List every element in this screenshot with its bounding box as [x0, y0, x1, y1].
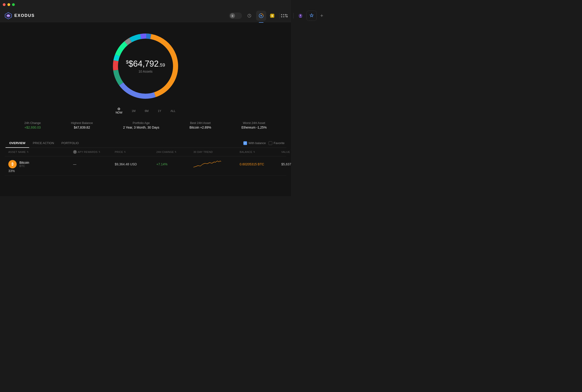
- table-row[interactable]: ₿ Bitcoin BTC — $9,364.48 USD +7.14% 0.6…: [5, 156, 286, 176]
- donut-center: $$64,792.59 10 Assets: [126, 59, 165, 73]
- th-apy-rewards[interactable]: ? APY REWARDS ⇅: [73, 150, 115, 154]
- btc-apy: —: [73, 162, 115, 166]
- svg-text:$: $: [272, 14, 273, 17]
- timeline-label-6m[interactable]: 6M: [145, 110, 149, 113]
- portfolio-total-value: $$64,792.59: [126, 59, 165, 69]
- tab-portfolio[interactable]: PORTFOLIO: [58, 138, 82, 148]
- filter-favorite[interactable]: Favorite: [268, 141, 284, 145]
- traffic-light-green[interactable]: [12, 3, 15, 6]
- btc-trend: [194, 159, 240, 169]
- apy-info-icon[interactable]: ?: [73, 150, 77, 154]
- btc-portfolio: 33%: [8, 169, 73, 173]
- btc-price: $9,364.48 USD: [115, 162, 156, 166]
- btc-name-group: Bitcoin BTC: [20, 161, 29, 168]
- donut-chart: $$64,792.59 10 Assets: [108, 29, 182, 103]
- nav-tab-swap[interactable]: [281, 11, 291, 21]
- timeline-dot-now: [118, 108, 120, 110]
- filter-favorite-checkbox[interactable]: [268, 141, 272, 145]
- btc-ticker: BTC: [20, 164, 29, 168]
- sort-balance-icon: ⇅: [253, 151, 256, 153]
- stat-worst-asset: Worst 24H Asset Ethereum -1,25%: [242, 121, 267, 129]
- stat-portfolio-age-label: Portfolio Age: [123, 121, 159, 125]
- stat-highest-balance-value: $47,839.82: [71, 126, 93, 129]
- btc-icon: ₿: [8, 160, 17, 168]
- btc-balance: 0.60205315 BTC: [240, 162, 281, 166]
- tab-price-action[interactable]: PRICE ACTION: [29, 138, 58, 148]
- table-tab-row: OVERVIEW PRICE ACTION PORTFOLIO ✓ With b…: [5, 138, 286, 148]
- th-value[interactable]: VALUE ⇅: [281, 150, 291, 154]
- stat-portfolio-age: Portfolio Age 2 Year, 3 Month, 30 Days: [123, 121, 159, 129]
- filter-with-balance-checkbox[interactable]: ✓: [243, 141, 247, 145]
- timeline-now[interactable]: NOW: [116, 108, 122, 114]
- history-icon[interactable]: [246, 12, 253, 20]
- lock-toggle[interactable]: [229, 12, 242, 19]
- exodus-logo-icon: [5, 12, 12, 20]
- lock-knob: [230, 13, 235, 18]
- filter-with-balance-label: With balance: [248, 141, 266, 145]
- th-balance[interactable]: BALANCE ⇅: [240, 150, 281, 154]
- timeline-label-now: NOW: [116, 111, 122, 114]
- stat-highest-balance-label: Highest Balance: [71, 121, 93, 125]
- timeline: NOW 1M 6M 1Y ALL: [116, 108, 176, 114]
- active-indicator: [259, 22, 264, 23]
- th-price[interactable]: PRICE ⇅: [115, 150, 156, 154]
- tab-filters: ✓ With balance Favorite: [243, 141, 286, 145]
- chart-section: $$64,792.59 10 Assets NOW 1M 6M 1Y ALL 2…: [0, 22, 291, 138]
- stat-best-asset-value: Bitcoin +2.89%: [190, 126, 211, 129]
- logo: EXODUS: [5, 12, 35, 20]
- portfolio-assets-count: 10 Assets: [126, 70, 165, 73]
- logo-text: EXODUS: [14, 13, 35, 18]
- btc-change: +7.14%: [156, 162, 194, 166]
- nav-tabs: $ +: [256, 11, 291, 21]
- tab-overview[interactable]: OVERVIEW: [6, 138, 29, 148]
- stats-row: 24h Change +$2,930.03 Highest Balance $4…: [0, 116, 291, 134]
- btc-name: Bitcoin: [20, 161, 29, 164]
- btc-value: $5,637.91: [281, 162, 291, 166]
- stat-24h-change-label: 24h Change: [24, 121, 41, 125]
- svg-marker-1: [6, 14, 10, 18]
- stat-best-asset-label: Best 24H Asset: [190, 121, 211, 125]
- main-header: EXODUS $: [0, 9, 291, 22]
- filter-favorite-label: Favorite: [274, 141, 284, 145]
- th-30day-trend: 30 DAY TREND: [194, 150, 240, 154]
- table-section: OVERVIEW PRICE ACTION PORTFOLIO ✓ With b…: [0, 138, 291, 176]
- th-asset-name[interactable]: ASSET NAME ⇅: [8, 150, 73, 154]
- asset-info-btc: ₿ Bitcoin BTC: [8, 160, 73, 168]
- stat-24h-change-value: +$2,930.03: [24, 126, 41, 129]
- stat-24h-change: 24h Change +$2,930.03: [24, 121, 41, 129]
- stat-worst-asset-value: Ethereum -1,25%: [242, 126, 267, 129]
- stat-worst-asset-label: Worst 24H Asset: [242, 121, 267, 125]
- nav-divider-1: [279, 13, 280, 18]
- nav-tab-exchange[interactable]: $: [267, 11, 277, 21]
- timeline-label-1m[interactable]: 1M: [132, 110, 136, 113]
- nav-tab-portfolio[interactable]: [256, 11, 266, 21]
- stat-best-asset: Best 24H Asset Bitcoin +2.89%: [190, 121, 211, 129]
- svg-point-3: [260, 15, 262, 16]
- timeline-label-all[interactable]: ALL: [170, 110, 175, 113]
- sort-24h-icon: ⇅: [175, 151, 177, 153]
- sort-asset-name-icon: ⇅: [27, 151, 29, 153]
- filter-with-balance[interactable]: ✓ With balance: [243, 141, 266, 145]
- th-24h-change[interactable]: 24H CHANGE ⇅: [156, 150, 194, 154]
- title-bar: [0, 0, 291, 9]
- traffic-light-yellow[interactable]: [8, 3, 10, 6]
- stat-portfolio-age-value: 2 Year, 3 Month, 30 Days: [123, 126, 159, 129]
- main-content: $$64,792.59 10 Assets NOW 1M 6M 1Y ALL 2…: [0, 22, 291, 196]
- traffic-light-red[interactable]: [3, 3, 6, 6]
- btc-sparkline: [194, 159, 221, 168]
- timeline-label-1y[interactable]: 1Y: [158, 110, 161, 113]
- stat-highest-balance: Highest Balance $47,839.82: [71, 121, 93, 129]
- table-header: ASSET NAME ⇅ ? APY REWARDS ⇅ PRICE ⇅ 24H…: [5, 148, 286, 156]
- sort-apy-icon: ⇅: [98, 151, 100, 153]
- svg-rect-9: [232, 16, 233, 17]
- sort-price-icon: ⇅: [124, 151, 126, 153]
